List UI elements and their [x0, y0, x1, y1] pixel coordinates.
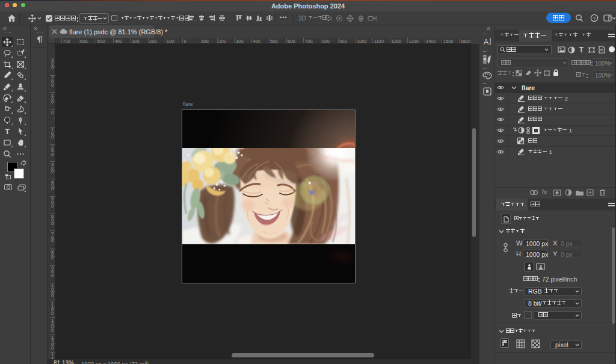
svg-text:A: A: [484, 37, 489, 46]
svg-text:T: T: [579, 46, 584, 53]
svg-text:T: T: [5, 127, 10, 135]
svg-text:?: ?: [593, 16, 596, 21]
